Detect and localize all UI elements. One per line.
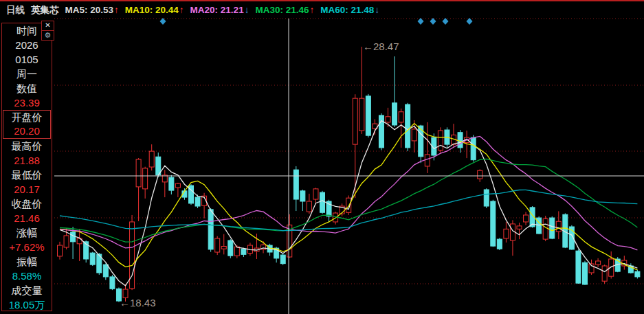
candle-body: [320, 192, 325, 212]
candle-body: [195, 197, 200, 206]
low-price-annotation: ←18.43: [120, 297, 156, 309]
candle-body: [484, 190, 489, 206]
panel-close-button[interactable]: ✕: [41, 21, 54, 31]
candle-body: [136, 159, 141, 187]
candle-body: [359, 98, 364, 131]
candle-body: [208, 210, 213, 249]
diamond-marker-icon: [160, 18, 166, 25]
candle-body: [491, 201, 496, 246]
panel-settings-button[interactable]: ⚙: [41, 30, 54, 41]
candle-body: [110, 277, 115, 289]
candle-body: [169, 177, 174, 190]
candle-body: [458, 133, 463, 148]
info-row-6: 开盘价: [3, 111, 50, 124]
info-row-19: 18.05万: [2, 298, 52, 312]
candle-body: [550, 218, 555, 238]
candle-body: [300, 191, 305, 201]
info-row-5: 23.39: [2, 96, 52, 110]
info-row-17: 8.58%: [2, 269, 52, 283]
candle-body: [221, 246, 226, 249]
gear-icon: ⚙: [45, 31, 52, 39]
candle-body: [543, 219, 548, 240]
candle-body: [556, 221, 561, 232]
candle-body: [524, 215, 529, 222]
candle-body: [635, 271, 640, 277]
candle-body: [64, 236, 69, 247]
candle-body: [478, 170, 482, 179]
info-row-18: 成交量: [2, 283, 52, 298]
candle-body: [412, 129, 417, 141]
candle-body: [386, 117, 390, 122]
candle-body: [175, 183, 180, 188]
candle-body: [504, 229, 509, 238]
candle-body: [215, 238, 220, 252]
candle-body: [58, 245, 63, 256]
info-row-8: 最高价: [2, 139, 52, 153]
candle-body: [103, 265, 108, 277]
candle-body: [241, 249, 246, 254]
info-row-15: +7.62%: [2, 240, 52, 254]
close-icon: ✕: [45, 21, 50, 29]
info-row-11: 20.17: [2, 182, 52, 197]
candle-body: [392, 103, 397, 125]
candle-body: [583, 262, 588, 284]
kline-chart[interactable]: ←28.47←18.43: [0, 0, 644, 314]
candle-body: [149, 151, 154, 167]
info-row-13: 21.46: [2, 211, 52, 225]
candle-body: [406, 104, 410, 148]
candle-body: [438, 131, 443, 150]
candle-body: [90, 253, 95, 265]
info-panel: 时间20260105周一数值23.39开盘价20.20最高价21.88最低价20…: [1, 23, 52, 311]
candle-body: [576, 251, 581, 283]
candle-body: [313, 189, 318, 199]
info-row-3: 周一: [2, 67, 52, 81]
trading-app-window: ←28.47←18.43 日线 英集芯 MA5: 20.53↑MA10: 20.…: [0, 0, 644, 314]
info-row-7: 20.20: [3, 124, 50, 138]
candle-body: [399, 112, 403, 122]
info-row-9: 21.88: [2, 153, 52, 168]
info-row-12: 收盘价: [2, 197, 52, 211]
diamond-marker-icon: [430, 18, 436, 25]
candle-body: [497, 239, 502, 249]
candle-body: [596, 261, 601, 265]
candle-body: [517, 226, 522, 229]
info-row-16: 振幅: [2, 254, 52, 269]
candle-body: [234, 247, 239, 256]
candle-body: [307, 201, 311, 212]
candle-body: [280, 255, 285, 264]
info-row-10: 最低价: [2, 168, 52, 182]
candle-body: [366, 96, 370, 135]
candle-body: [425, 155, 430, 166]
candle-body: [71, 232, 76, 242]
open-price-highlight-box: 开盘价20.20: [3, 110, 51, 139]
info-panel-rows: 时间20260105周一数值23.39开盘价20.20最高价21.88最低价20…: [2, 23, 52, 312]
candle-body: [471, 137, 476, 160]
info-row-14: 涨幅: [2, 225, 52, 240]
candle-body: [353, 98, 357, 144]
candle-body: [143, 168, 148, 189]
info-row-4: 数值: [2, 81, 52, 96]
candle-body: [293, 170, 298, 199]
candle-body: [602, 266, 607, 281]
candle-body: [228, 240, 233, 256]
info-row-2: 0105: [2, 52, 52, 67]
high-price-annotation: ←28.47: [363, 41, 399, 52]
